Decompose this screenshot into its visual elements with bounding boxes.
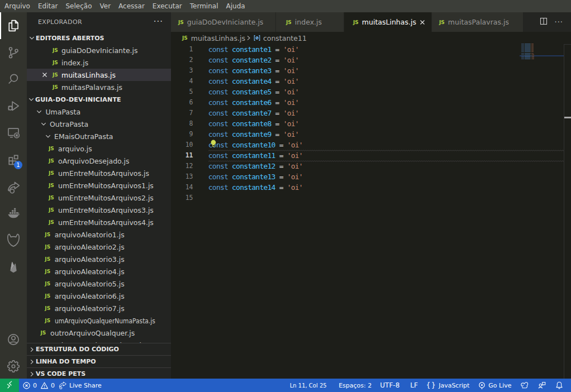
section-label: LINHA DO TEMPO (36, 358, 96, 365)
code-line: const constante4 = 'oi' (208, 76, 303, 87)
activity-live-share-icon[interactable] (0, 173, 27, 200)
activity-bar: 1 (0, 12, 27, 379)
breadcrumb-file[interactable]: muitasLinhas.js (191, 34, 245, 42)
code-line: const constante13 = 'oi' (208, 171, 303, 182)
section-vs-code-pets[interactable]: VS CODE PETS (27, 367, 171, 379)
activity-run-debug-icon[interactable] (0, 93, 27, 119)
go-live[interactable]: Go Live (474, 379, 516, 392)
tree-file-label: outroArquivoQualquer.js (50, 329, 135, 337)
activity-explorer-icon[interactable] (0, 12, 27, 39)
encoding[interactable]: UTF-8 (376, 379, 404, 392)
eol[interactable]: LF (406, 379, 422, 392)
tree-file[interactable]: JSoutroArquivoQualquer.js (27, 327, 171, 339)
tree-file[interactable]: JSarquivoAleatorio4.js (27, 265, 171, 278)
warning-icon (40, 381, 49, 390)
editor-group: JSguiaDoDevIniciante.jsJSindex.jsJSmuita… (171, 12, 571, 379)
activity-source-control-icon[interactable] (0, 39, 27, 66)
menu-ajuda[interactable]: Ajuda (222, 0, 249, 12)
vscode-window: ArquivoEditarSeleçãoVerAcessarExecutarTe… (0, 0, 571, 392)
line-number: 5 (171, 87, 193, 97)
editor-more-actions-icon[interactable]: ··· (555, 18, 563, 26)
line-number: 8 (171, 118, 193, 129)
tree-file[interactable]: JSumEntreMuitosArquivos3.js (27, 204, 171, 216)
breadcrumb-symbol[interactable]: constante11 (263, 34, 307, 42)
line-number: 13 (171, 171, 193, 182)
split-editor-icon[interactable] (539, 17, 548, 28)
javascript-file-icon: JS (49, 219, 54, 225)
tree-file[interactable]: JSoArquivoDesejado.js (27, 155, 171, 167)
tree-folder[interactable]: EMaisOutraPasta (27, 130, 171, 142)
javascript-file-icon: JS (45, 244, 50, 250)
tree-file[interactable]: JSarquivoAleatorio1.js (27, 228, 171, 241)
section-estrutura-do-c-digo[interactable]: ESTRUTURA DO CÓDIGO (27, 343, 171, 355)
tree-file[interactable]: JSumArquivoQualquerNumaPasta.js (27, 314, 171, 327)
menu-editar[interactable]: Editar (34, 0, 62, 12)
tree-folder[interactable]: OutraPasta (27, 118, 171, 130)
menu-terminal[interactable]: Terminal (186, 0, 222, 12)
feedback-status[interactable] (533, 379, 550, 392)
overview-ruler-border-top (564, 44, 571, 45)
sidebar-more-actions-icon[interactable]: ··· (154, 12, 163, 32)
go-live-label: Go Live (488, 382, 511, 389)
tab-muitasLinhasjs[interactable]: JSmuitasLinhas.js (344, 12, 432, 32)
tree-file-label: arquivoAleatorio7.js (55, 304, 125, 313)
open-editor-item[interactable]: JSmuitasLinhas.js (27, 69, 171, 81)
code-area[interactable]: 123456789101112131415const constante1 = … (171, 44, 571, 379)
open-editor-item[interactable]: JSguiaDoDevIniciante.js (27, 44, 171, 56)
tree-file[interactable]: JSumEntreMuitosArquivos2.js (27, 192, 171, 204)
pets-status[interactable] (516, 379, 533, 392)
close-editor-icon[interactable] (41, 71, 49, 80)
minimap-code-line (521, 51, 534, 52)
close-tab-icon[interactable] (417, 17, 428, 28)
live-share-status[interactable]: Live Share (54, 379, 106, 392)
open-editor-item[interactable]: JSmuitasPalavras.js (27, 81, 171, 93)
open-editor-item[interactable]: JSindex.js (27, 56, 171, 69)
tree-file[interactable]: JSarquivo.js (27, 142, 171, 155)
tree-file[interactable]: JSumEntreMuitosArquivos.js (27, 167, 171, 179)
activity-account-icon[interactable] (0, 326, 27, 353)
activity-firebase-icon[interactable] (0, 254, 27, 280)
tree-file-label: arquivoAleatorio3.js (55, 255, 125, 264)
javascript-file-icon: JS (53, 72, 58, 78)
language-mode[interactable]: {}JavaScript (422, 379, 473, 392)
tree-folder[interactable]: UmaPasta (27, 106, 171, 118)
tree-file[interactable]: JSumEntreMuitosArquivos4.js (27, 216, 171, 228)
activity-extensions-icon[interactable]: 1 (0, 146, 27, 173)
section-open-editors[interactable]: EDITORES ABERTOS (27, 32, 171, 44)
menu-ver[interactable]: Ver (96, 0, 115, 12)
minimap[interactable] (520, 44, 564, 379)
tab-muitasPalavrasjs[interactable]: JSmuitasPalavras.js (432, 12, 524, 32)
menu-arquivo[interactable]: Arquivo (1, 0, 34, 12)
tab-guiaDoDevIniciantejs[interactable]: JSguiaDoDevIniciante.js (171, 12, 276, 32)
tree-file[interactable]: JSumEntreMuitosArquivos1.js (27, 179, 171, 192)
menu-executar[interactable]: Executar (149, 0, 186, 12)
javascript-file-icon: JS (45, 293, 50, 299)
javascript-file-icon: JS (41, 330, 46, 336)
problems-status[interactable]: 00 (19, 379, 59, 392)
menu-acessar[interactable]: Acessar (115, 0, 149, 12)
cursor-position[interactable]: Ln 11, Col 25 (286, 379, 334, 392)
activity-gitlab-icon[interactable] (0, 227, 27, 254)
eol-label: LF (410, 381, 418, 389)
activity-remote-explorer-icon[interactable] (0, 119, 27, 146)
tab-bar: JSguiaDoDevIniciante.jsJSindex.jsJSmuita… (171, 12, 571, 32)
tree-file[interactable]: JSarquivoAleatorio3.js (27, 253, 171, 265)
error-icon (22, 381, 31, 390)
section-workspace-root[interactable]: GUIA-DO-DEV-INICIANTE (27, 93, 171, 106)
tab-indexjs[interactable]: JSindex.js (276, 12, 344, 32)
lightbulb-icon[interactable] (210, 140, 217, 150)
tree-file[interactable]: JSarquivoAleatorio2.js (27, 241, 171, 253)
tree-file[interactable]: JSarquivoAleatorio5.js (27, 278, 171, 290)
tree-file[interactable]: JSarquivoAleatorio7.js (27, 302, 171, 314)
activity-settings-icon[interactable] (0, 353, 27, 380)
menu-seleo[interactable]: Seleção (61, 0, 96, 12)
remote-indicator[interactable] (0, 379, 19, 392)
notifications-status[interactable] (550, 379, 568, 392)
tree-file[interactable]: JSarquivoAleatorio6.js (27, 290, 171, 302)
indentation[interactable]: Espaços: 2 (335, 379, 376, 392)
tree-file-label: arquivoAleatorio2.js (55, 243, 125, 251)
activity-docker-icon[interactable] (0, 200, 27, 227)
section-linha-do-tempo[interactable]: LINHA DO TEMPO (27, 355, 171, 367)
activity-search-icon[interactable] (0, 66, 27, 93)
code-content[interactable]: const constante1 = 'oi'const constante2 … (208, 44, 303, 203)
